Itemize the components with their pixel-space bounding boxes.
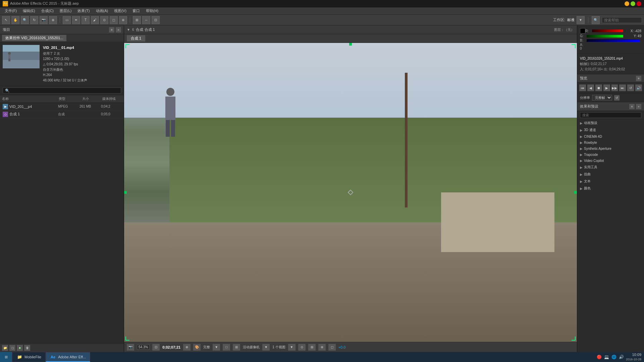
new-folder-icon[interactable]: 📁 bbox=[2, 345, 8, 351]
tray-volume-icon[interactable]: 🔊 bbox=[619, 354, 625, 360]
preview-loop[interactable]: ↺ bbox=[627, 84, 634, 91]
tool-snap[interactable]: ⊞ bbox=[133, 16, 141, 24]
list-item[interactable]: ▶ VID_201__p4 MPEG 261 MB 0;04;2 bbox=[0, 103, 124, 111]
effect-category-trapcode[interactable]: ▶ Trapcode bbox=[577, 152, 644, 158]
tool-eraser[interactable]: ◻ bbox=[110, 16, 118, 24]
menu-edit[interactable]: 编辑(E) bbox=[20, 8, 38, 14]
effect-category-cinema4d[interactable]: ▶ CINEMA 4D bbox=[577, 134, 644, 140]
tool-text[interactable]: T bbox=[82, 16, 90, 24]
resolution-select[interactable]: 完整帧 1/2 1/4 bbox=[592, 95, 612, 101]
maximize-button[interactable] bbox=[631, 1, 635, 6]
tool-hand[interactable]: ✋ bbox=[11, 16, 19, 24]
viewer-views-dropdown[interactable]: ▼ bbox=[288, 344, 296, 351]
viewer-quality-dropdown[interactable]: ▼ bbox=[213, 344, 220, 351]
tool-puppet[interactable]: ⊛ bbox=[119, 16, 127, 24]
start-icon: ⊞ bbox=[5, 355, 8, 359]
effect-category-videocopilot[interactable]: ▶ Video Copilot bbox=[577, 158, 644, 164]
menu-comp[interactable]: 合成(C) bbox=[39, 8, 56, 14]
viewer-overlay-icon[interactable]: ⊛ bbox=[318, 344, 326, 351]
list-item[interactable]: ◇ 合成 1 合成 0;05;0 bbox=[0, 111, 124, 118]
effects-menu[interactable]: ≡ bbox=[629, 104, 635, 109]
tool-orbit[interactable]: ⊕ bbox=[49, 16, 57, 24]
effect-category-rowbyte[interactable]: ▶ Rowbyte bbox=[577, 140, 644, 146]
preview-last[interactable]: ⏭ bbox=[619, 84, 626, 91]
minimize-button[interactable] bbox=[625, 1, 629, 6]
settings-icon[interactable]: ■ bbox=[17, 345, 23, 351]
menu-file[interactable]: 文件(F) bbox=[2, 8, 19, 14]
tool-align[interactable]: ↔ bbox=[142, 16, 150, 24]
preview-audio[interactable]: 🔊 bbox=[635, 84, 642, 91]
menu-layer[interactable]: 图层(L) bbox=[57, 8, 74, 14]
side-marker-top bbox=[349, 43, 352, 46]
preview-play[interactable]: ▶ bbox=[603, 84, 610, 91]
search-input[interactable] bbox=[602, 17, 642, 23]
effect-category-color[interactable]: ▶ 颜色 bbox=[577, 185, 644, 192]
effect-category-3d[interactable]: ▶ 3D 通道 bbox=[577, 127, 644, 134]
viewer-grid-icon[interactable]: ⊞ bbox=[308, 344, 316, 351]
menu-animate[interactable]: 动画(A) bbox=[93, 8, 111, 14]
project-expand-icon[interactable]: » bbox=[116, 27, 121, 33]
person-leg-left bbox=[166, 120, 170, 137]
viewer-snap-icon[interactable]: ⊕ bbox=[183, 344, 191, 351]
toolbar: ↖ ✋ 🔍 ↻ 📷 ⊕ ▭ ✒ T 🖌 ⊙ ◻ ⊛ ⊞ ↔ ⊡ 工作区: 标准 … bbox=[0, 15, 644, 25]
effect-category-synthetic[interactable]: ▶ Synthetic Aperture bbox=[577, 146, 644, 152]
effects-search-input[interactable] bbox=[580, 112, 641, 118]
col-dur[interactable]: 媒体持续 bbox=[100, 96, 124, 102]
taskbar-start-button[interactable]: ⊞ bbox=[0, 352, 12, 362]
tool-stamp[interactable]: ⊙ bbox=[100, 16, 108, 24]
viewer-region-icon[interactable]: ◻ bbox=[328, 344, 336, 351]
tool-select[interactable]: ↖ bbox=[2, 16, 10, 24]
video-file-icon: ▶ bbox=[3, 104, 8, 109]
effect-category-animation[interactable]: ▶ 动画预设 bbox=[577, 120, 644, 127]
taskbar-item-explorer[interactable]: 📁 MobileFile bbox=[12, 352, 46, 362]
effect-category-text[interactable]: ▶ 文本 bbox=[577, 178, 644, 185]
tool-pen[interactable]: ✒ bbox=[72, 16, 80, 24]
panel-bottom: 📁 ◻ ■ 🗑 bbox=[0, 343, 124, 352]
tool-3d[interactable]: ⊡ bbox=[152, 16, 160, 24]
tool-rotate[interactable]: ↻ bbox=[30, 16, 38, 24]
menu-window[interactable]: 窗口 bbox=[130, 8, 143, 14]
viewer-fit-icon[interactable]: ⊡ bbox=[152, 344, 160, 351]
viewer-color-icon[interactable]: 🎨 bbox=[193, 344, 201, 351]
tool-camera[interactable]: 📷 bbox=[40, 16, 48, 24]
col-size[interactable]: 大小 bbox=[80, 96, 100, 102]
viewer-3d-icon[interactable]: ⊞ bbox=[233, 344, 240, 351]
menu-effect[interactable]: 效果(T) bbox=[75, 8, 92, 14]
col-name[interactable]: 名称 bbox=[0, 96, 57, 102]
viewer-render-icon[interactable]: □ bbox=[223, 344, 230, 351]
preview-info: VID_201__01.mp4 使用了 2 次 1280 x 720 (1.00… bbox=[43, 45, 87, 83]
preview-stop[interactable]: ⏹ bbox=[595, 84, 602, 91]
viewer-tab[interactable]: 合成 1 bbox=[127, 35, 145, 42]
project-search-input[interactable] bbox=[3, 87, 121, 94]
tool-zoom[interactable]: 🔍 bbox=[21, 16, 29, 24]
viewer-mask-icon[interactable]: ⊙ bbox=[298, 344, 306, 351]
menu-view[interactable]: 视图(V) bbox=[111, 8, 129, 14]
taskbar-item-ae[interactable]: Ae Adobe After Eff... bbox=[46, 352, 90, 362]
new-comp-icon[interactable]: ◻ bbox=[9, 345, 15, 351]
effect-category-distort[interactable]: ▶ 扭曲 bbox=[577, 171, 644, 178]
effect-category-utility[interactable]: ▶ 实用工具 bbox=[577, 164, 644, 171]
viewer-camera-dropdown[interactable]: ▼ bbox=[262, 344, 270, 351]
delete-icon[interactable]: 🗑 bbox=[24, 345, 30, 351]
close-button[interactable] bbox=[637, 1, 641, 6]
effects-expand[interactable]: » bbox=[636, 104, 641, 109]
menu-help[interactable]: 帮助(H) bbox=[143, 8, 161, 14]
workspace-dropdown[interactable]: ▼ bbox=[577, 16, 585, 24]
project-menu-icon[interactable]: ≡ bbox=[109, 27, 114, 33]
search-icon[interactable]: 🔍 bbox=[592, 16, 600, 24]
person-head bbox=[166, 88, 174, 96]
preview-panel-menu[interactable]: ≡ bbox=[636, 76, 641, 81]
toolbar-separator-1 bbox=[60, 17, 60, 23]
category-arrow: ▶ bbox=[580, 159, 583, 163]
category-arrow: ▶ bbox=[580, 187, 583, 190]
tool-brush[interactable]: 🖌 bbox=[91, 16, 99, 24]
preview-next-frame[interactable]: ▶▶ bbox=[611, 84, 618, 91]
col-type[interactable]: 类型 bbox=[57, 96, 80, 102]
resolution-reset[interactable]: ↺ bbox=[614, 95, 620, 101]
preview-prev-frame[interactable]: ◀ bbox=[587, 84, 594, 91]
tool-rect[interactable]: ▭ bbox=[63, 16, 71, 24]
preview-first[interactable]: ⏮ bbox=[579, 84, 586, 91]
project-tab-effects[interactable]: 效果控件 VID_20161026_155201... bbox=[2, 35, 66, 41]
viewer-zoom[interactable]: 54.3% bbox=[137, 345, 150, 350]
effects-title: 效果和预设 bbox=[580, 104, 598, 109]
